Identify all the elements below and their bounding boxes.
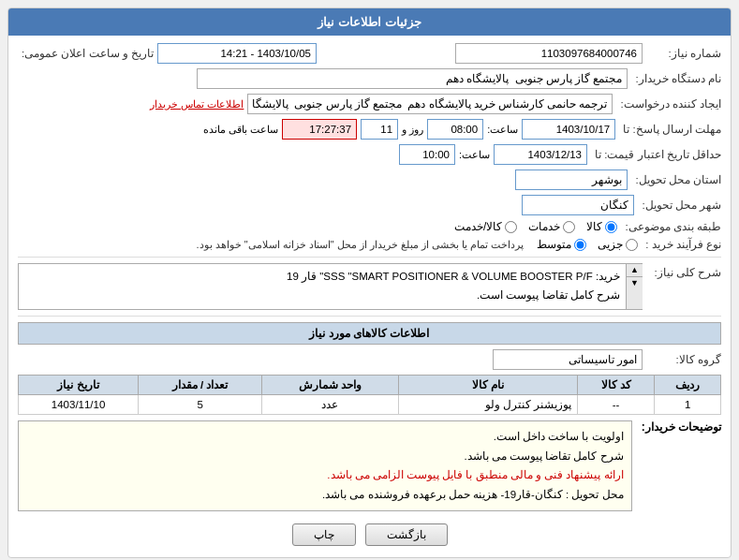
mohlatErsal-mande <box>282 119 357 140</box>
ijadKonande-label: ایجاد کننده درخواست: <box>616 97 721 111</box>
cell-kodKala: -- <box>578 395 655 415</box>
mohlatErsal-saat <box>427 119 483 140</box>
hadaksar-date <box>494 144 587 165</box>
col-tarikh: تاریخ نیاز <box>19 376 139 395</box>
cell-namKala: پوزیشنر کنترل ولو <box>398 395 577 415</box>
cell-tarikh: 1403/11/10 <box>19 395 139 415</box>
hadaksar-label: حداقل تاریخ اعتبار قیمت: تا <box>591 148 721 161</box>
info-link[interactable]: اطلاعات تماس خریدار <box>150 98 244 111</box>
shomareNiaz-input <box>455 43 643 64</box>
ijadKonande-input <box>247 94 613 114</box>
namdastgah-input <box>197 68 628 89</box>
shahr-label: شهر محل تحویل: <box>638 199 721 212</box>
tarikh-input <box>157 43 317 64</box>
col-kodKala: کد کالا <box>578 376 655 395</box>
page-header: جزئیات اطلاعات نیاز <box>8 8 731 36</box>
table-row: 1 -- پوزیشنر کنترل ولو عدد 5 1403/11/10 <box>19 395 721 415</box>
items-table: ردیف کد کالا نام کالا واحد شمارش تعداد /… <box>18 375 721 415</box>
farayand-jozvi[interactable]: جزیی <box>598 238 638 251</box>
col-namKala: نام کالا <box>398 376 577 395</box>
ostan-input <box>515 169 628 190</box>
hadaksar-saat-label: ساعت: <box>459 149 490 161</box>
hadaksar-saat <box>399 144 455 165</box>
shomareNiaz-label: شماره نیاز: <box>646 47 721 60</box>
cell-radif: 1 <box>655 395 721 415</box>
col-vahed: واحد شمارش <box>262 376 399 395</box>
farayand-motaset[interactable]: متوسط <box>537 238 586 251</box>
cell-vahed: عدد <box>262 395 399 415</box>
tarikh-label: تاریخ و ساعت اعلان عمومی: <box>18 47 154 60</box>
scroll-up-btn[interactable]: ▲ <box>627 264 643 277</box>
noFarayand-label: نوع فرآیند خرید : <box>642 238 721 251</box>
shahr-input <box>522 195 634 215</box>
desc-scroll-btns[interactable]: ▲ ▼ <box>626 263 643 310</box>
mohlatErsal-label: مهلت ارسال پاسخ: تا <box>619 123 721 136</box>
farayand-note: پرداخت تمام یا بخشی از مبلغ خریدار از مح… <box>197 239 525 251</box>
ostan-label: استان محل تحویل: <box>631 173 721 186</box>
chap-button[interactable]: چاپ <box>292 523 356 546</box>
tabaghe-khadamat[interactable]: خدمات <box>528 220 575 233</box>
sarkhKolli-box: خرید: SSS "SMART POSITIONER & VOLUME BOO… <box>18 263 626 310</box>
col-radif: ردیف <box>655 376 721 395</box>
sarkhKolli-label: شرح کلی نیاز: <box>646 263 721 279</box>
bazgasht-button[interactable]: بازگشت <box>365 523 448 546</box>
mohlatErsal-date <box>522 119 615 140</box>
footer-buttons: بازگشت چاپ <box>18 516 721 550</box>
mande-label: ساعت باقی مانده <box>203 124 278 136</box>
tabaghe-kala-khadamat[interactable]: کالا/خدمت <box>454 220 517 233</box>
tabaghe-label: طبقه بندی موضوعی: <box>621 220 721 233</box>
tabaghe-kala[interactable]: کالا <box>586 220 617 233</box>
groupKala-input <box>493 349 643 370</box>
saat-label: ساعت: <box>487 124 518 136</box>
tozi hat-label: توضیحات خریدار: <box>636 420 721 434</box>
cell-tedad: 5 <box>139 395 262 415</box>
namdastgah-label: نام دستگاه خریدار: <box>631 72 721 85</box>
scroll-down-btn[interactable]: ▼ <box>627 277 643 289</box>
info-kala-title: اطلاعات کالاهای مورد نیاز <box>18 322 721 345</box>
mohlatErsal-roz <box>361 119 398 140</box>
tozi hat-box: اولویت با ساخت داخل است. شرح کامل تقاضا … <box>18 420 632 511</box>
roz-label: روز و <box>402 124 423 136</box>
col-tedad: تعداد / مقدار <box>139 376 262 395</box>
groupKala-label: گروه کالا: <box>646 353 721 366</box>
